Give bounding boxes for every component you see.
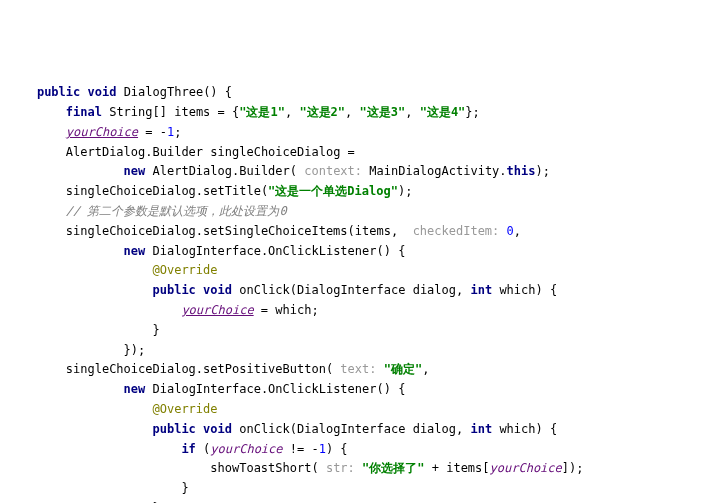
var: items bbox=[446, 461, 482, 475]
code-line: } bbox=[8, 323, 160, 337]
method: setSingleChoiceItems bbox=[203, 224, 348, 238]
type: DialogInterface bbox=[297, 422, 405, 436]
param-hint: text: bbox=[340, 362, 376, 376]
type: DialogInterface bbox=[297, 283, 405, 297]
param-hint: str: bbox=[326, 461, 355, 475]
code-line: final String[] items = {"这是1", "这是2", "这… bbox=[8, 105, 480, 119]
comment: // 第二个参数是默认选项，此处设置为0 bbox=[66, 204, 287, 218]
type: MainDialogActivity bbox=[369, 164, 499, 178]
method-name: onClick bbox=[239, 283, 290, 297]
code-line: yourChoice = -1; bbox=[8, 125, 181, 139]
keyword: public bbox=[153, 422, 196, 436]
code-line: if (yourChoice != -1) { bbox=[8, 442, 348, 456]
field: yourChoice bbox=[66, 125, 138, 139]
keyword: public bbox=[37, 85, 80, 99]
var: singleChoiceDialog bbox=[66, 224, 196, 238]
method: setPositiveButton bbox=[203, 362, 326, 376]
param-hint: checkedItem: bbox=[413, 224, 500, 238]
arg: items bbox=[355, 224, 391, 238]
string: "确定" bbox=[384, 362, 422, 376]
keyword: void bbox=[88, 85, 117, 99]
type: String bbox=[109, 105, 152, 119]
var: items bbox=[174, 105, 210, 119]
keyword: new bbox=[124, 244, 146, 258]
string: "这是1" bbox=[239, 105, 285, 119]
var: which bbox=[275, 303, 311, 317]
keyword: int bbox=[470, 283, 492, 297]
param-hint: context: bbox=[304, 164, 362, 178]
code-line: // 第二个参数是默认选项，此处设置为0 bbox=[8, 204, 287, 218]
string: "这是一个单选Dialog" bbox=[268, 184, 398, 198]
field: yourChoice bbox=[490, 461, 562, 475]
code-line: singleChoiceDialog.setTitle("这是一个单选Dialo… bbox=[8, 184, 412, 198]
code-line: new DialogInterface.OnClickListener() { bbox=[8, 382, 405, 396]
keyword: void bbox=[203, 422, 232, 436]
code-line: }); bbox=[8, 343, 145, 357]
method: setTitle bbox=[203, 184, 261, 198]
number: 1 bbox=[167, 125, 174, 139]
code-line: public void DialogThree() { bbox=[8, 85, 232, 99]
keyword: final bbox=[66, 105, 102, 119]
keyword: int bbox=[470, 422, 492, 436]
field: yourChoice bbox=[181, 303, 253, 317]
keyword: this bbox=[507, 164, 536, 178]
var: singleChoiceDialog bbox=[66, 184, 196, 198]
param: which bbox=[499, 422, 535, 436]
string: "这是4" bbox=[420, 105, 466, 119]
param: dialog bbox=[413, 422, 456, 436]
type: DialogInterface.OnClickListener bbox=[153, 244, 377, 258]
code-line: } bbox=[8, 481, 189, 495]
var: singleChoiceDialog bbox=[66, 362, 196, 376]
field: yourChoice bbox=[210, 442, 282, 456]
annotation: @Override bbox=[153, 402, 218, 416]
code-line: showToastShort( str: "你选择了" + items[your… bbox=[8, 461, 583, 475]
code-line: yourChoice = which; bbox=[8, 303, 319, 317]
code-line: singleChoiceDialog.setSingleChoiceItems(… bbox=[8, 224, 521, 238]
code-line: new AlertDialog.Builder( context: MainDi… bbox=[8, 164, 550, 178]
method: showToastShort bbox=[210, 461, 311, 475]
keyword: public bbox=[153, 283, 196, 297]
type: DialogInterface.OnClickListener bbox=[153, 382, 377, 396]
keyword: if bbox=[181, 442, 195, 456]
code-line: AlertDialog.Builder singleChoiceDialog = bbox=[8, 145, 355, 159]
annotation: @Override bbox=[153, 263, 218, 277]
type: AlertDialog.Builder bbox=[153, 164, 290, 178]
string: "这是2" bbox=[299, 105, 345, 119]
string: "你选择了" bbox=[362, 461, 424, 475]
code-line: public void onClick(DialogInterface dial… bbox=[8, 283, 557, 297]
code-line: public void onClick(DialogInterface dial… bbox=[8, 422, 557, 436]
string: "这是3" bbox=[360, 105, 406, 119]
code-line: singleChoiceDialog.setPositiveButton( te… bbox=[8, 362, 429, 376]
param: which bbox=[499, 283, 535, 297]
var: singleChoiceDialog bbox=[210, 145, 340, 159]
param: dialog bbox=[413, 283, 456, 297]
type: AlertDialog.Builder bbox=[66, 145, 203, 159]
number: 0 bbox=[507, 224, 514, 238]
number: 1 bbox=[319, 442, 326, 456]
method-name: DialogThree bbox=[124, 85, 203, 99]
keyword: new bbox=[124, 382, 146, 396]
code-line: new DialogInterface.OnClickListener() { bbox=[8, 244, 405, 258]
code-line: @Override bbox=[8, 263, 218, 277]
keyword: new bbox=[124, 164, 146, 178]
code-editor[interactable]: public void DialogThree() { final String… bbox=[8, 83, 709, 503]
keyword: void bbox=[203, 283, 232, 297]
code-line: @Override bbox=[8, 402, 218, 416]
method-name: onClick bbox=[239, 422, 290, 436]
